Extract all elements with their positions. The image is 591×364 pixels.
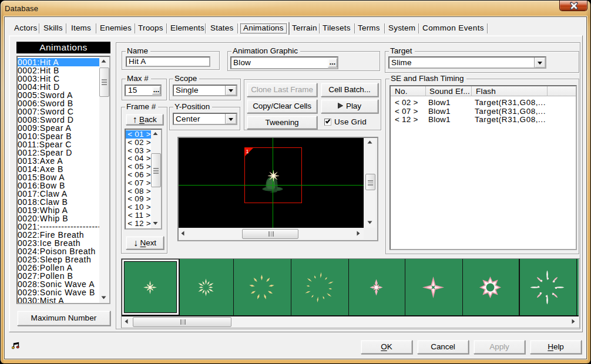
svg-text:1: 1 (246, 148, 249, 154)
